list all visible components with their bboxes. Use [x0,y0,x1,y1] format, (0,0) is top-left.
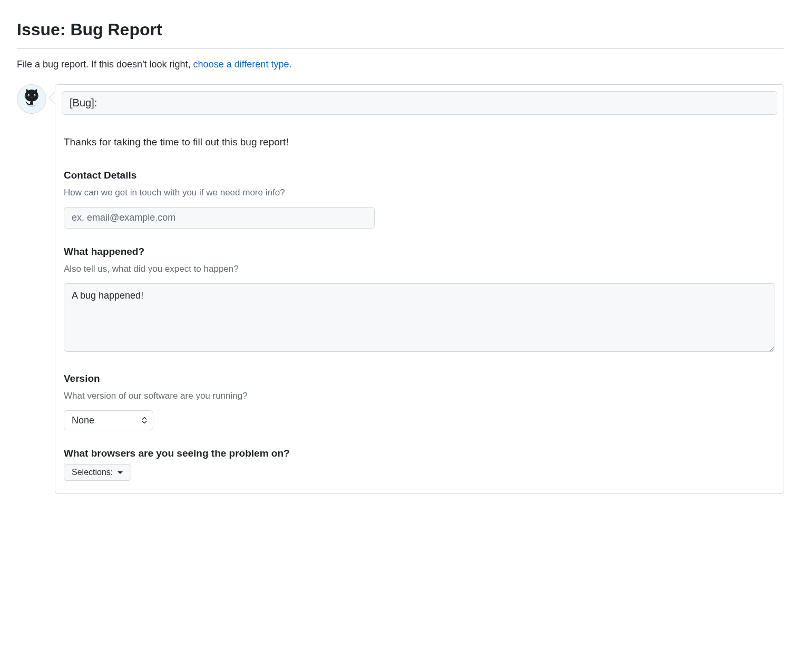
issue-title-input[interactable] [62,91,777,115]
contact-details-label: Contact Details [64,168,775,183]
contact-details-input[interactable] [64,207,375,229]
caret-down-icon [117,468,123,477]
what-happened-textarea[interactable]: A bug happened! [64,283,775,352]
version-select[interactable]: None [64,410,153,430]
what-happened-label: What happened? [64,244,775,260]
contact-details-desc: How can we get in touch with you if we n… [64,186,775,200]
svg-point-4 [27,104,36,106]
version-label: Version [64,371,775,387]
page-title: Issue: Bug Report [17,17,784,49]
selections-button-label: Selections: [72,468,113,477]
intro-prefix: File a bug report. If this doesn't look … [17,59,193,70]
svg-point-2 [28,94,29,95]
browsers-selections-button[interactable]: Selections: [64,464,131,481]
intro-line: File a bug report. If this doesn't look … [17,57,784,72]
choose-different-type-link[interactable]: choose a different type. [193,59,292,70]
form-intro-text: Thanks for taking the time to fill out t… [62,135,777,150]
issue-form: Thanks for taking the time to fill out t… [55,84,784,494]
avatar [17,84,46,114]
what-happened-desc: Also tell us, what did you expect to hap… [64,262,775,276]
browsers-label: What browsers are you seeing the problem… [64,446,775,461]
svg-point-3 [34,94,35,95]
version-desc: What version of our software are you run… [64,389,775,403]
octocat-icon [21,87,42,112]
